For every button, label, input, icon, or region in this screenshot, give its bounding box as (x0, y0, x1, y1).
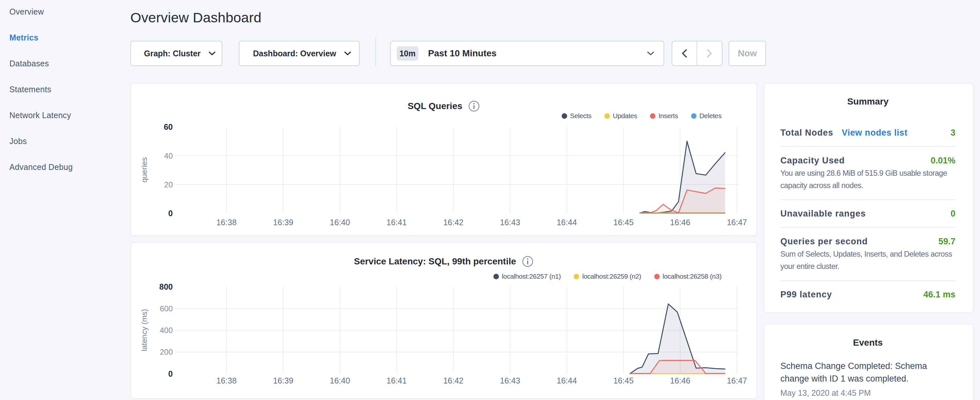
summary-row-description: Sum of Selects, Updates, Inserts, and De… (780, 248, 955, 273)
svg-text:16:38: 16:38 (216, 218, 237, 227)
graph-dropdown-label: Graph: Cluster (144, 49, 200, 58)
svg-text:20: 20 (164, 180, 173, 189)
summary-panel: Summary Total Nodes View nodes list 3 Ca… (764, 83, 974, 313)
svg-text:16:43: 16:43 (500, 218, 520, 227)
summary-row-value: 0 (951, 208, 955, 220)
sidebar-item-overview[interactable]: Overview (10, 6, 116, 17)
summary-row-value: 46.1 ms (923, 288, 955, 300)
svg-text:16:46: 16:46 (670, 376, 690, 385)
service-latency-chart: 800600400200016:3816:3916:4016:4116:4216… (131, 243, 756, 398)
chart-card-sql-queries: SQL Queries SelectsUpdatesInsertsDeletes… (130, 83, 757, 236)
summary-row-capacity-used: Capacity Used 0.01% You are using 28.6 M… (780, 147, 955, 200)
summary-row-label: Unavailable ranges (780, 208, 866, 220)
chart-card-service-latency: Service Latency: SQL, 99th percentile lo… (130, 242, 757, 399)
chevron-down-icon (344, 51, 352, 56)
time-back-button[interactable] (672, 41, 697, 65)
sidebar-nav-list: Overview Metrics Databases Statements Ne… (10, 6, 116, 172)
sidebar-item-advanced-debug[interactable]: Advanced Debug (10, 161, 116, 172)
summary-row-label: Capacity Used (780, 155, 845, 166)
svg-text:60: 60 (164, 122, 173, 131)
time-forward-button[interactable] (697, 41, 722, 65)
summary-row-value: 59.7 (938, 236, 955, 247)
time-step-buttons (672, 41, 722, 66)
event-timestamp: May 13, 2020 at 4:45 PM (780, 387, 955, 399)
svg-text:400: 400 (160, 326, 173, 335)
summary-row-description: You are using 28.6 MiB of 515.9 GiB usab… (780, 167, 955, 191)
svg-text:16:45: 16:45 (613, 218, 634, 227)
svg-text:16:44: 16:44 (557, 376, 577, 385)
svg-text:16:45: 16:45 (613, 376, 634, 385)
svg-text:16:42: 16:42 (443, 218, 464, 227)
svg-text:16:43: 16:43 (500, 376, 520, 385)
svg-text:16:44: 16:44 (557, 218, 577, 227)
svg-text:16:46: 16:46 (670, 218, 690, 227)
events-title: Events (780, 335, 955, 350)
page-title: Overview Dashboard (130, 10, 261, 25)
time-range-selector[interactable]: 10m Past 10 Minutes (390, 41, 664, 66)
now-button-label: Now (738, 48, 757, 59)
svg-text:16:38: 16:38 (216, 376, 237, 385)
svg-text:queries: queries (140, 157, 148, 183)
svg-text:16:40: 16:40 (330, 376, 350, 385)
svg-text:16:39: 16:39 (273, 218, 293, 227)
svg-text:16:47: 16:47 (727, 218, 747, 227)
summary-row-value: 3 (951, 127, 955, 139)
svg-text:40: 40 (164, 151, 173, 160)
sidebar: Overview Metrics Databases Statements Ne… (10, 6, 116, 172)
toolbar-divider (375, 38, 376, 66)
svg-text:600: 600 (160, 304, 173, 313)
time-range-badge: 10m (397, 46, 418, 61)
chevron-right-icon (706, 49, 713, 58)
event-message: Schema Change Completed: Schema change w… (780, 360, 955, 385)
chevron-down-icon (208, 51, 216, 56)
summary-row-value: 0.01% (931, 155, 955, 166)
summary-row-label: Total Nodes (780, 127, 834, 139)
sidebar-item-jobs[interactable]: Jobs (10, 135, 116, 147)
svg-text:16:42: 16:42 (443, 376, 464, 385)
chevron-down-icon (647, 51, 654, 56)
sidebar-item-databases[interactable]: Databases (10, 58, 116, 69)
dashboard-dropdown-label: Dashboard: Overview (253, 49, 336, 58)
sidebar-item-network-latency[interactable]: Network Latency (10, 110, 116, 121)
page: Overview Metrics Databases Statements Ne… (0, 0, 980, 400)
svg-text:800: 800 (159, 282, 173, 291)
sql-queries-chart: 604020016:3816:3916:4016:4116:4216:4316:… (131, 83, 756, 235)
svg-text:16:47: 16:47 (727, 376, 747, 385)
time-range-label: Past 10 Minutes (428, 48, 496, 59)
svg-text:16:41: 16:41 (387, 376, 407, 385)
svg-text:0: 0 (168, 209, 173, 218)
summary-title: Summary (780, 94, 955, 109)
svg-text:200: 200 (160, 347, 173, 356)
sidebar-item-metrics[interactable]: Metrics (10, 32, 116, 43)
events-panel: Events Schema Change Completed: Schema c… (764, 324, 974, 400)
summary-row-total-nodes: Total Nodes View nodes list 3 (780, 119, 955, 147)
svg-text:16:41: 16:41 (387, 218, 407, 227)
summary-row-queries-per-second: Queries per second 59.7 Sum of Selects, … (780, 228, 955, 281)
summary-row-unavailable-ranges: Unavailable ranges 0 (780, 200, 955, 228)
summary-rows: Total Nodes View nodes list 3 Capacity U… (780, 119, 955, 308)
view-nodes-list-link[interactable]: View nodes list (842, 127, 908, 139)
summary-row-label: P99 latency (780, 288, 832, 300)
sidebar-item-statements[interactable]: Statements (10, 84, 116, 95)
now-button[interactable]: Now (729, 41, 766, 66)
summary-row-label: Queries per second (780, 236, 868, 247)
chevron-left-icon (681, 49, 687, 58)
summary-row-p99-latency: P99 latency 46.1 ms (780, 281, 955, 308)
graph-dropdown[interactable]: Graph: Cluster (130, 41, 222, 66)
svg-text:0: 0 (168, 369, 173, 378)
svg-text:16:40: 16:40 (330, 218, 350, 227)
svg-text:16:39: 16:39 (273, 376, 293, 385)
svg-text:latency (ms): latency (ms) (140, 309, 148, 351)
dashboard-dropdown[interactable]: Dashboard: Overview (239, 41, 360, 66)
